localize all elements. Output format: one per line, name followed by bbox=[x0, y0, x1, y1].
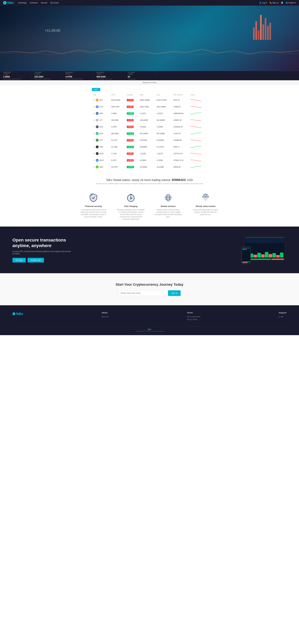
feature-icon-globe bbox=[163, 192, 174, 203]
ticker-price-2: 4.4759 bbox=[65, 76, 90, 78]
ios-app-button[interactable]: IOS App bbox=[13, 258, 26, 262]
ticker-item-1[interactable]: LTC/USDT +1.58% 193.2500 24H quantity 12… bbox=[31, 71, 62, 80]
cell-volume-10: 60064.06 bbox=[172, 164, 189, 170]
svg-point-13 bbox=[143, 31, 144, 32]
star-8[interactable]: ★ bbox=[93, 152, 95, 155]
logo[interactable]: Q TeEx bbox=[3, 1, 14, 4]
trading-volume: 50986424 bbox=[172, 178, 186, 182]
footer-top: Q TeEx About about Us Terms Terms agreem… bbox=[13, 312, 286, 321]
cta-title: Open secure transactions anytime, anywhe… bbox=[13, 237, 75, 249]
svg-point-16 bbox=[152, 30, 153, 31]
footer-privacy-link[interactable]: Privacy Policy bbox=[187, 318, 200, 320]
svg-point-25 bbox=[152, 33, 152, 34]
star-0[interactable]: ★ bbox=[93, 99, 95, 101]
star-9[interactable]: ★ bbox=[93, 159, 95, 161]
signup-section: Start Your Cryptocurrency Journey Today … bbox=[0, 273, 299, 305]
cell-change-8: -2.02% bbox=[126, 150, 139, 157]
coin-name-3: LTC bbox=[100, 119, 103, 121]
welcome-text: Welcome to Scoin bbox=[143, 82, 156, 84]
nav-myassets[interactable]: My Assets bbox=[50, 2, 59, 4]
table-row[interactable]: ★ WI WICC 0.1071 -0.06% 0.15500 0.15260 … bbox=[92, 157, 207, 164]
svg-point-14 bbox=[146, 30, 147, 31]
ticker-item-2[interactable]: EOS/USDT -0.87% 4.4759 24H quantity 2876… bbox=[62, 71, 93, 80]
change-badge-3: -0.51% bbox=[127, 119, 134, 121]
cta-mockup bbox=[237, 236, 286, 264]
table-row[interactable]: ★ ET ETC 53.1707 -1.19% 54.07300 52.8030… bbox=[92, 137, 207, 144]
hero-section: +11,00.00 bbox=[0, 6, 299, 71]
table-row[interactable]: ★ BT BTC 61614.6900 -1.07% 62051.99000 6… bbox=[92, 97, 207, 104]
market-tab-usdt[interactable]: USDT bbox=[92, 88, 100, 91]
footer-logo-icon: Q TeEx bbox=[13, 312, 23, 316]
table-row[interactable]: ★ ET ETH 4352.9700 -1.94% 4409.71000 432… bbox=[92, 104, 207, 110]
ticker-item-4[interactable]: ???/USDT +1.91% 53 24H quantity bbox=[125, 71, 156, 80]
footer-icon: Q bbox=[13, 312, 15, 315]
signup-form: Sign up bbox=[118, 290, 181, 296]
email-input[interactable] bbox=[118, 290, 168, 296]
table-row[interactable]: ★ IO IOTA 1.1749 -2.02% 1.21450 1.16770 … bbox=[92, 150, 207, 157]
svg-point-22 bbox=[142, 34, 143, 35]
svg-point-2 bbox=[140, 29, 159, 48]
svg-point-20 bbox=[136, 36, 137, 37]
star-7[interactable]: ★ bbox=[93, 146, 95, 148]
android-app-button[interactable]: Android App bbox=[28, 258, 44, 262]
cell-price-5: 600.6400 bbox=[110, 130, 126, 137]
star-4[interactable]: ★ bbox=[93, 126, 95, 128]
footer-about-us-link[interactable]: about Us bbox=[102, 316, 108, 318]
star-5[interactable]: ★ bbox=[93, 132, 95, 134]
table-row[interactable]: ★ NE NEO 42.6700 +0.78% 43.32000 42.2200… bbox=[92, 164, 207, 170]
ticker-price-0: 1.0958 bbox=[3, 76, 28, 78]
table-row[interactable]: ★ XR XRP 1.0958 +1.58% 1.11671 1.07012 4… bbox=[92, 110, 207, 117]
coin-name-8: IOTA bbox=[100, 153, 103, 154]
footer-email-link[interactable]: e-mail bbox=[279, 316, 286, 318]
market-table: Pair Price Change High Low 24H Volume Tr… bbox=[92, 93, 207, 170]
footer-terms-agreement-link[interactable]: Terms agreement bbox=[187, 316, 200, 318]
table-row[interactable]: ★ LT LTC 193.2500 -0.51% 195.64000 191.5… bbox=[92, 117, 207, 124]
svg-point-28 bbox=[161, 36, 161, 37]
svg-point-4 bbox=[141, 29, 142, 29]
cell-pair-3: ★ LT LTC bbox=[92, 117, 110, 124]
svg-point-54 bbox=[157, 44, 158, 45]
login-link[interactable]: 👤 Log in bbox=[259, 2, 267, 4]
feature-icon-diamond bbox=[200, 192, 211, 203]
svg-point-27 bbox=[158, 35, 158, 36]
cell-trend-8 bbox=[189, 150, 207, 157]
col-low: Low bbox=[155, 93, 172, 97]
svg-point-37 bbox=[158, 38, 158, 38]
cell-low-8: 1.16770 bbox=[155, 150, 172, 157]
star-6[interactable]: ★ bbox=[93, 139, 95, 141]
ticker-item-0[interactable]: XRP/USDT -1.94% 1.0958 24H quantity 4390… bbox=[0, 71, 31, 80]
table-row[interactable]: ★ BC BCH 600.6400 +1.91% 601.02000 597.2… bbox=[92, 130, 207, 137]
footer-copyright: ©Copyright 2021 TeEx all rights reserved bbox=[135, 330, 164, 332]
nav-exchange[interactable]: Exchange bbox=[18, 2, 27, 4]
star-2[interactable]: ★ bbox=[93, 112, 95, 114]
nav-second[interactable]: Second bbox=[41, 2, 47, 4]
svg-point-44 bbox=[152, 40, 153, 40]
nav-contracts[interactable]: Contracts bbox=[30, 2, 38, 4]
ticker-volume-3: 24H quantity 12767.3544 bbox=[97, 78, 121, 80]
svg-point-35 bbox=[152, 37, 152, 37]
svg-point-24 bbox=[148, 33, 149, 34]
cell-price-3: 193.2500 bbox=[110, 117, 126, 124]
cell-low-0: 61227.07000 bbox=[155, 97, 172, 104]
table-row[interactable]: ★ TR TRB 52.7450 +0.13% 53.89500 51.4767… bbox=[92, 144, 207, 150]
ticker-item-3[interactable]: BCH/USDT -0.52% 600.6400 24H quantity 12… bbox=[93, 71, 125, 80]
language-selector[interactable]: 🌐 English ▾ bbox=[285, 2, 296, 4]
star-3[interactable]: ★ bbox=[93, 119, 95, 121]
star-10[interactable]: ★ bbox=[93, 166, 95, 168]
svg-point-9 bbox=[157, 29, 158, 29]
table-row[interactable]: ★ EO EOS 4.4759 -0.52% 4.54200 4.43400 2… bbox=[92, 124, 207, 130]
signup-button[interactable]: Sign up bbox=[168, 290, 181, 296]
cell-volume-1: 72590.97 bbox=[172, 104, 189, 110]
cell-change-5: +1.91% bbox=[126, 130, 139, 137]
signup-link[interactable]: ✏️ Sign up bbox=[269, 2, 278, 4]
print-link[interactable]: 🖨️ bbox=[281, 2, 283, 4]
cell-pair-9: ★ WI WICC bbox=[92, 157, 110, 164]
col-change: Change bbox=[126, 93, 139, 97]
star-1[interactable]: ★ bbox=[93, 106, 95, 108]
coin-name-7: TRB bbox=[100, 146, 103, 148]
feature-global-services: Global services Global business services… bbox=[154, 192, 182, 220]
change-badge-5: +1.91% bbox=[127, 132, 134, 135]
ticker-pair-4: ???/USDT bbox=[128, 72, 152, 74]
coin-icon-9: WI bbox=[96, 159, 99, 162]
cell-trend-3 bbox=[189, 117, 207, 124]
